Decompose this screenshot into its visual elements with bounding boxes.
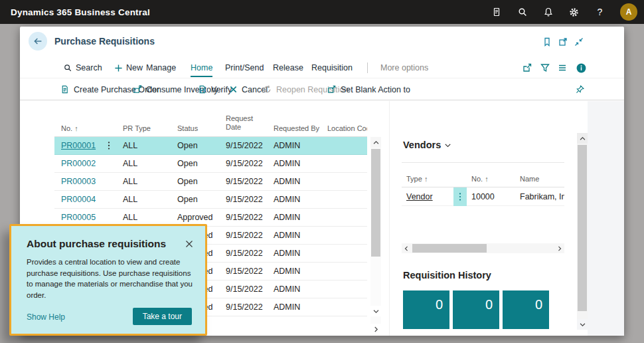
vendor-col-name[interactable]: Name: [515, 175, 564, 187]
row-pr-type[interactable]: ALL: [116, 141, 171, 150]
col-header-location-code[interactable]: Location Code: [321, 124, 367, 136]
teaching-tip: About purchase requisitions Provides a c…: [9, 224, 207, 336]
col-header-status[interactable]: Status: [171, 124, 219, 136]
menu-print-send[interactable]: Print/Send: [225, 57, 264, 78]
tell-me-icon[interactable]: [491, 7, 502, 18]
scroll-right-icon[interactable]: [370, 324, 381, 334]
list-header-row: No. ↑ PR Type Status Request Date Reques…: [54, 113, 367, 137]
topbar-actions: ? A: [491, 0, 637, 24]
collapse-icon[interactable]: [574, 37, 585, 48]
vendor-row-menu-icon[interactable]: [453, 187, 467, 206]
app-title: Dynamics 365 Business Central: [11, 7, 150, 17]
history-tile[interactable]: 0: [453, 290, 499, 329]
help-icon[interactable]: ?: [594, 7, 605, 18]
x-icon: [229, 85, 238, 94]
menu-requisition[interactable]: Requisition: [311, 57, 353, 78]
scroll-left-icon[interactable]: [402, 243, 411, 253]
info-icon[interactable]: [576, 62, 587, 74]
set-blank-action-button[interactable]: Set Blank Action to: [327, 78, 410, 100]
row-no-link[interactable]: PR00003: [61, 177, 96, 186]
menu-search[interactable]: Search: [63, 57, 102, 78]
main-menu-bar: Search New Manage Home Print/Send Releas…: [20, 57, 624, 78]
history-tile[interactable]: 0: [503, 290, 549, 329]
list-scrollbar-thumb[interactable]: [371, 149, 380, 257]
row-request-date: 9/15/2022: [219, 141, 267, 150]
col-header-no[interactable]: No. ↑: [54, 124, 102, 136]
scroll-right-icon[interactable]: [555, 243, 564, 253]
vendor-hscrollbar-thumb[interactable]: [412, 244, 487, 253]
vendor-col-no[interactable]: No. ↑: [467, 175, 515, 187]
app-top-bar: Dynamics 365 Business Central ? A: [0, 0, 644, 24]
plus-icon: [114, 64, 123, 72]
verify-button[interactable]: Verify: [197, 78, 232, 100]
vendor-table-header: Type ↑ No. ↑ Name: [402, 162, 564, 187]
check-document-icon: [197, 84, 207, 94]
table-row[interactable]: PR00003 ALL Open 9/15/2022 ADMIN: [54, 173, 367, 191]
row-no-link[interactable]: PR00005: [61, 213, 96, 222]
take-a-tour-button[interactable]: Take a tour: [133, 308, 192, 325]
menu-manage[interactable]: Manage: [146, 57, 176, 78]
box-arrow-icon: [327, 84, 337, 94]
page-header: Purchase Requisitions: [20, 27, 624, 57]
menu-home[interactable]: Home: [191, 57, 212, 78]
vendor-hscrollbar[interactable]: [402, 243, 564, 253]
page-title: Purchase Requisitions: [54, 36, 155, 47]
menu-release[interactable]: Release: [273, 57, 303, 78]
refresh-icon: [262, 84, 272, 94]
history-tile[interactable]: 0: [403, 290, 449, 329]
scroll-up-icon[interactable]: [577, 133, 588, 144]
share-icon[interactable]: [522, 62, 533, 74]
menu-more-options[interactable]: More options: [380, 57, 428, 78]
settings-icon[interactable]: [568, 7, 580, 18]
vendors-dropdown[interactable]: Vendors: [403, 140, 452, 150]
avatar[interactable]: A: [620, 3, 637, 21]
row-status: Open: [171, 141, 219, 150]
row-no-link[interactable]: PR00001: [61, 141, 96, 150]
back-button[interactable]: [29, 32, 47, 51]
show-help-link[interactable]: Show Help: [27, 312, 65, 322]
teaching-tip-body: Provides a central location to view and …: [27, 257, 194, 301]
screen: Dynamics 365 Business Central ? A Pu: [0, 0, 644, 343]
filter-icon[interactable]: [540, 62, 551, 74]
search-icon[interactable]: [517, 7, 528, 18]
row-menu-icon[interactable]: [102, 141, 116, 150]
factbox-scrollbar-thumb[interactable]: [578, 145, 587, 311]
col-header-request-date[interactable]: Request Date: [219, 114, 267, 137]
menu-new[interactable]: New: [114, 57, 143, 78]
row-no-link[interactable]: PR00002: [61, 159, 96, 168]
action-bar: Create Purchase Order Consume Inventory …: [20, 78, 624, 100]
requisition-history-title: Requisition History: [403, 270, 491, 281]
scroll-down-icon[interactable]: [370, 306, 381, 316]
row-requested-by[interactable]: ADMIN: [267, 141, 321, 150]
teaching-tip-title: About purchase requisitions: [27, 238, 166, 250]
factbox-margin: [588, 101, 624, 336]
vendor-link[interactable]: Vendor: [406, 192, 433, 201]
bookmark-icon[interactable]: [542, 37, 553, 48]
scroll-up-icon[interactable]: [370, 137, 381, 148]
scroll-down-icon[interactable]: [577, 319, 588, 330]
table-row[interactable]: PR00001 ALL Open 9/15/2022 ADMIN: [54, 137, 367, 155]
notifications-icon[interactable]: [542, 7, 554, 18]
view-options-icon[interactable]: [557, 62, 568, 74]
vendor-row[interactable]: Vendor 10000 Fabrikam, Inc: [402, 187, 564, 206]
row-no-link[interactable]: PR00004: [61, 195, 96, 204]
menu-divider: [367, 62, 368, 73]
factbox-separator: [389, 101, 390, 336]
inventory-flag-icon: [132, 84, 142, 94]
document-icon: [60, 84, 70, 94]
col-header-menu: [102, 132, 116, 136]
chevron-down-icon: [443, 141, 452, 150]
table-row[interactable]: PR00004 ALL Open 9/15/2022 ADMIN: [54, 191, 367, 209]
vendor-col-type[interactable]: Type ↑: [402, 175, 453, 187]
open-window-icon[interactable]: [558, 37, 569, 48]
pin-icon[interactable]: [575, 84, 586, 95]
col-header-requested-by[interactable]: Requested By: [267, 124, 321, 136]
table-row[interactable]: PR00002 ALL Open 9/15/2022 ADMIN: [54, 155, 367, 173]
close-icon[interactable]: [185, 239, 195, 249]
col-header-pr-type[interactable]: PR Type: [116, 124, 171, 136]
menu-search-icon: [63, 63, 72, 72]
